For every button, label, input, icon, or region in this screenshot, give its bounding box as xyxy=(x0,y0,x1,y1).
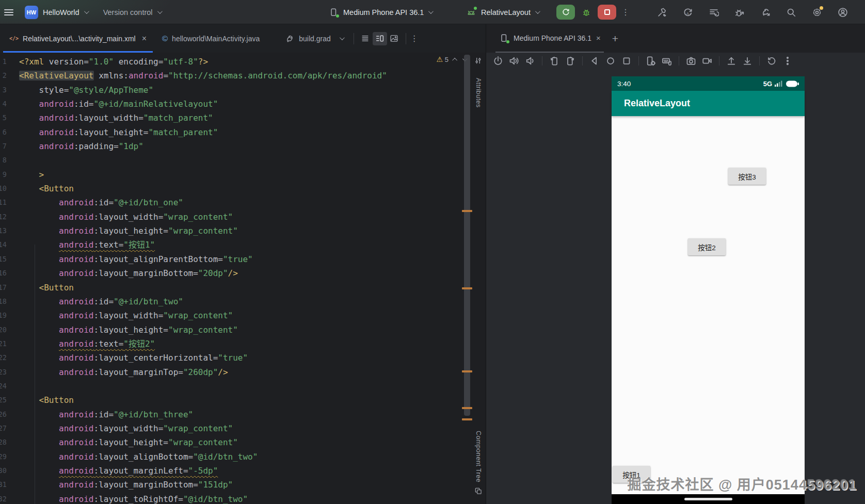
tab-running-device[interactable]: Medium Phone API 36.1 × xyxy=(495,24,604,53)
code-line[interactable]: 6 android:layout_height="match_parent" xyxy=(0,125,387,139)
chevron-down-icon[interactable] xyxy=(157,9,163,14)
code-line[interactable]: 29 android:layout_alignBottom="@id/btn_t… xyxy=(0,450,387,464)
upload-file-icon[interactable] xyxy=(726,55,737,67)
gesture-pill[interactable] xyxy=(684,498,732,500)
volume-down-icon[interactable] xyxy=(524,55,536,67)
button-3[interactable]: 按钮3 xyxy=(728,168,766,185)
code-line[interactable]: 12 android:layout_width="wrap_content" xyxy=(0,210,387,224)
code-line[interactable]: 19 android:layout_width="wrap_content" xyxy=(0,308,387,322)
main-menu-icon[interactable] xyxy=(4,9,13,15)
code-line[interactable]: 32 android:layout_toRightOf="@id/btn_two… xyxy=(0,492,387,504)
run-options-kebab-icon[interactable]: ⋮ xyxy=(621,7,630,17)
tab-label: build.grad xyxy=(299,35,331,43)
code-text: android:id="@+id/btn_three" xyxy=(19,408,193,421)
device-settings-icon[interactable] xyxy=(645,55,656,67)
code-line[interactable]: 5 android:layout_width="match_parent" xyxy=(0,111,387,125)
profiler-icon[interactable] xyxy=(734,7,745,18)
editor-side-tab-strip: Attributes Component Tree xyxy=(471,53,486,504)
code-line[interactable]: 11 android:id="@+id/btn_one" xyxy=(0,196,387,209)
run-config-selector[interactable]: RelativeLayout xyxy=(466,0,539,24)
code-line[interactable]: 31 android:layout_marginBottom="151dp" xyxy=(0,478,387,492)
device-phone-icon xyxy=(499,33,509,43)
gradle-sync-icon[interactable] xyxy=(760,7,771,18)
line-number: 28 xyxy=(0,435,7,449)
tab-build-gradle[interactable]: build.grad xyxy=(278,24,349,53)
tab-activity-main-xml[interactable]: </> RelativeLayout\...\activity_main.xml… xyxy=(3,24,153,53)
line-number: 9 xyxy=(0,168,7,182)
code-text: android:layout_marginTop="260dp"/> xyxy=(19,365,228,379)
virtual-input-icon[interactable] xyxy=(661,55,672,67)
code-line[interactable]: 15 android:layout_alignParentBottom="tru… xyxy=(0,252,387,266)
prev-problem-icon[interactable] xyxy=(452,57,457,62)
project-name[interactable]: HelloWorld xyxy=(43,8,79,17)
code-line[interactable]: 16 android:layout_marginBottom="20dp"/> xyxy=(0,266,387,280)
rerun-button[interactable] xyxy=(556,5,575,20)
screenshot-icon[interactable] xyxy=(685,55,697,67)
code-line[interactable]: 13 android:layout_height="wrap_content" xyxy=(0,224,387,238)
code-line[interactable]: 9 > xyxy=(0,168,387,182)
code-line[interactable]: 10 <Button xyxy=(0,182,387,196)
code-line[interactable]: 25 <Button xyxy=(0,393,387,407)
code-line[interactable]: 28 android:layout_height="wrap_content" xyxy=(0,435,387,449)
tab-component-tree[interactable]: Component Tree xyxy=(475,431,482,482)
nav-back-icon[interactable] xyxy=(589,55,600,67)
apply-changes-icon[interactable]: A xyxy=(682,7,694,18)
project-icon[interactable]: HW xyxy=(25,6,38,19)
component-tree-icon[interactable] xyxy=(474,487,482,497)
code-line[interactable]: 23 android:layout_marginTop="260dp"/> xyxy=(0,365,387,379)
account-icon[interactable] xyxy=(837,7,848,18)
settings-icon[interactable] xyxy=(811,7,823,18)
editor-scrollbar[interactable] xyxy=(464,55,470,416)
volume-up-icon[interactable] xyxy=(508,55,520,67)
code-line[interactable]: 26 android:id="@+id/btn_three" xyxy=(0,408,387,421)
code-line[interactable]: 24 xyxy=(0,379,387,393)
split-view-toggle[interactable] xyxy=(373,32,387,45)
rotate-right-icon[interactable] xyxy=(565,55,576,67)
app-title: RelativeLayout xyxy=(624,98,690,109)
chevron-down-icon[interactable] xyxy=(340,35,345,40)
editor-options-kebab-icon[interactable]: ⋮ xyxy=(410,34,419,43)
chevron-down-icon[interactable] xyxy=(84,9,89,14)
device-selector[interactable]: Medium Phone API 36.1 xyxy=(328,0,432,24)
button-2[interactable]: 按钮2 xyxy=(688,238,726,255)
attributes-panel-icon[interactable] xyxy=(474,57,482,67)
code-line[interactable]: 3 style="@style/AppTheme" xyxy=(0,83,387,97)
nav-overview-icon[interactable] xyxy=(621,55,632,67)
nav-home-icon[interactable] xyxy=(605,55,616,67)
line-number: 12 xyxy=(0,210,7,224)
code-editor[interactable]: 1<?xml version="1.0" encoding="utf-8"?>2… xyxy=(0,53,486,504)
emulator-screen[interactable]: 3:40 5G Relativ xyxy=(612,76,805,504)
screen-record-icon[interactable] xyxy=(701,55,713,67)
close-icon[interactable]: × xyxy=(142,34,147,43)
add-device-tab-icon[interactable]: + xyxy=(612,32,618,45)
close-icon[interactable]: × xyxy=(596,34,601,42)
power-icon[interactable] xyxy=(492,55,504,67)
snapshot-restore-icon[interactable] xyxy=(766,55,777,67)
version-control-menu[interactable]: Version control xyxy=(103,8,153,17)
tab-attributes[interactable]: Attributes xyxy=(475,78,482,108)
code-view-toggle[interactable] xyxy=(358,32,373,45)
code-line[interactable]: 14 android:text="按钮1" xyxy=(0,238,387,252)
stop-button[interactable] xyxy=(598,5,616,20)
code-line[interactable]: 27 android:layout_width="wrap_content" xyxy=(0,421,387,435)
code-line[interactable]: 21 android:text="按钮2" xyxy=(0,337,387,351)
download-file-icon[interactable] xyxy=(742,55,753,67)
code-line[interactable]: 22 android:layout_centerHorizontal="true… xyxy=(0,351,387,365)
code-line[interactable]: 18 android:id="@+id/btn_two" xyxy=(0,295,387,308)
search-icon[interactable] xyxy=(786,7,797,18)
code-line[interactable]: 17 <Button xyxy=(0,281,387,295)
rotate-left-icon[interactable] xyxy=(549,55,560,67)
build-icon[interactable] xyxy=(656,7,668,18)
code-line[interactable]: 4 android:id="@+id/mainRelativelayout" xyxy=(0,97,387,111)
code-line[interactable]: 8 xyxy=(0,153,387,167)
tab-main-activity-java[interactable]: © helloworld\MainActivity.java xyxy=(156,24,266,53)
more-vertical-icon[interactable] xyxy=(782,55,793,67)
code-line[interactable]: 7 android:padding="1dp" xyxy=(0,139,387,153)
code-line[interactable]: 1<?xml version="1.0" encoding="utf-8"?> xyxy=(0,55,387,69)
debug-button[interactable] xyxy=(580,6,592,19)
code-line[interactable]: 20 android:layout_height="wrap_content" xyxy=(0,323,387,337)
code-line[interactable]: 2<RelativeLayout xmlns:android="http://s… xyxy=(0,69,387,83)
design-view-toggle[interactable] xyxy=(387,32,402,45)
restore-layout-icon[interactable] xyxy=(708,7,719,18)
code-line[interactable]: 30 android:layout_marginLeft="-5dp" xyxy=(0,464,387,478)
